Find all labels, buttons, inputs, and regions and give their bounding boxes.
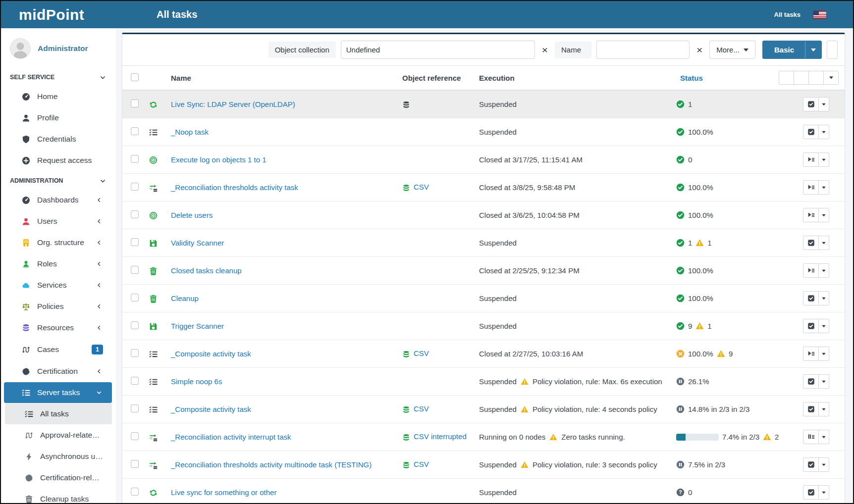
task-action-button[interactable] xyxy=(803,291,819,305)
sidebar-subitem-certification-related-ta[interactable]: Certification-related ta... xyxy=(5,467,112,488)
task-action-button[interactable] xyxy=(803,125,819,139)
task-action-caret[interactable] xyxy=(819,402,829,416)
task-action-button[interactable] xyxy=(803,430,819,444)
header-execution[interactable]: Execution xyxy=(475,66,672,91)
task-action-button[interactable] xyxy=(803,97,819,111)
sidebar-item-users[interactable]: Users xyxy=(4,211,112,232)
task-action-caret[interactable] xyxy=(819,319,829,333)
task-name-link[interactable]: Cleanup xyxy=(171,294,199,302)
object-collection-clear-button[interactable]: × xyxy=(540,45,550,55)
name-filter-clear-button[interactable]: × xyxy=(694,45,704,55)
search-mode-caret[interactable] xyxy=(805,41,821,58)
more-filters-button[interactable]: More... xyxy=(709,41,755,59)
row-checkbox[interactable] xyxy=(131,266,139,274)
task-action-caret[interactable] xyxy=(819,374,829,389)
task-name-link[interactable]: Delete users xyxy=(171,211,213,219)
sidebar-item-credentials[interactable]: Credentials xyxy=(4,129,112,150)
sidebar-section-administration[interactable]: ADMINISTRATION xyxy=(1,171,116,189)
row-checkbox[interactable] xyxy=(131,294,139,302)
task-action-button[interactable] xyxy=(803,152,819,167)
row-checkbox[interactable] xyxy=(131,321,139,329)
select-action-button[interactable] xyxy=(794,71,809,85)
task-action-caret[interactable] xyxy=(819,208,829,222)
task-action-button[interactable] xyxy=(803,402,819,416)
row-checkbox[interactable] xyxy=(131,127,139,135)
task-name-link[interactable]: Closed tasks cleanup xyxy=(171,266,242,275)
suspend-tasks-button[interactable] xyxy=(779,71,794,85)
sidebar-item-resources[interactable]: Resources xyxy=(4,317,112,338)
task-action-button[interactable] xyxy=(803,263,819,278)
task-action-caret[interactable] xyxy=(819,97,829,111)
task-action-caret[interactable] xyxy=(819,263,829,278)
task-action-caret[interactable] xyxy=(819,457,829,472)
sidebar-item-server-tasks[interactable]: Server tasks xyxy=(4,382,112,403)
task-action-button[interactable] xyxy=(803,319,819,333)
sidebar-subitem-asynchronous-update-t[interactable]: Asynchronous update t... xyxy=(5,446,112,467)
header-name[interactable]: Name xyxy=(167,66,398,91)
resume-tasks-button[interactable] xyxy=(808,71,824,85)
save-search-button[interactable] xyxy=(827,41,838,59)
sidebar-section-self-service[interactable]: SELF SERVICE xyxy=(1,68,116,86)
task-action-button[interactable] xyxy=(803,374,819,389)
sidebar-subitem-all-tasks[interactable]: All tasks xyxy=(5,403,112,424)
task-name-link[interactable]: Trigger Scanner xyxy=(171,322,224,330)
sidebar-item-profile[interactable]: Profile xyxy=(4,107,112,128)
task-action-caret[interactable] xyxy=(819,291,829,305)
task-action-caret[interactable] xyxy=(819,152,829,167)
sidebar-item-services[interactable]: Services xyxy=(4,275,112,296)
task-action-caret[interactable] xyxy=(819,430,829,444)
task-name-link[interactable]: Simple noop 6s xyxy=(171,377,222,386)
row-checkbox[interactable] xyxy=(131,100,139,107)
more-actions-caret-button[interactable] xyxy=(823,71,839,85)
row-checkbox[interactable] xyxy=(131,460,139,468)
task-action-caret[interactable] xyxy=(819,485,829,500)
brand-logo[interactable]: midPoint xyxy=(1,6,116,23)
task-name-link[interactable]: Validity Scanner xyxy=(171,239,224,247)
task-name-link[interactable]: Live Sync: LDAP Server (OpenLDAP) xyxy=(171,100,295,108)
select-all-checkbox[interactable] xyxy=(131,73,139,81)
task-action-button[interactable] xyxy=(803,208,819,222)
locale-flag-us-icon[interactable] xyxy=(813,11,826,19)
sidebar-item-home[interactable]: Home xyxy=(4,86,112,107)
sidebar-item-org-structure[interactable]: Org. structure xyxy=(4,232,112,253)
task-name-link[interactable]: _Reconciliation activity interrupt task xyxy=(171,433,291,441)
row-checkbox[interactable] xyxy=(131,404,139,412)
object-reference-link[interactable]: CSV interrupted xyxy=(414,432,467,441)
row-checkbox[interactable] xyxy=(131,488,139,496)
task-action-button[interactable] xyxy=(803,485,819,500)
task-name-link[interactable]: Live sync for something or other xyxy=(171,488,276,497)
object-reference-link[interactable]: CSV xyxy=(414,183,429,191)
sidebar-subitem-cleanup-tasks[interactable]: Cleanup tasks xyxy=(5,489,112,503)
task-name-link[interactable]: _Reconciliation thresholds activity task xyxy=(171,183,298,192)
sidebar-item-roles[interactable]: Roles xyxy=(4,253,112,274)
task-name-link[interactable]: _Noop task xyxy=(171,128,209,136)
object-reference-link[interactable]: CSV xyxy=(414,349,429,357)
task-action-button[interactable] xyxy=(803,236,819,250)
sidebar-item-cases[interactable]: Cases1 xyxy=(4,339,112,360)
row-checkbox[interactable] xyxy=(131,377,139,385)
row-checkbox[interactable] xyxy=(131,155,139,163)
object-reference-link[interactable]: CSV xyxy=(414,460,429,468)
task-action-button[interactable] xyxy=(803,457,819,472)
user-name[interactable]: Administrator xyxy=(38,44,88,53)
header-status[interactable]: Status xyxy=(676,74,795,82)
row-checkbox[interactable] xyxy=(131,210,139,218)
sidebar-item-request-access[interactable]: Request access xyxy=(4,150,112,171)
task-action-caret[interactable] xyxy=(819,347,829,361)
sidebar-item-policies[interactable]: Policies xyxy=(4,296,112,317)
task-name-link[interactable]: _Composite activity task xyxy=(171,350,251,358)
task-action-button[interactable] xyxy=(803,180,819,195)
row-checkbox[interactable] xyxy=(131,432,139,440)
sidebar-item-dashboards[interactable]: Dashboards xyxy=(4,190,112,210)
row-checkbox[interactable] xyxy=(131,183,139,191)
task-action-caret[interactable] xyxy=(819,125,829,139)
task-name-link[interactable]: Execute log on objects 1 to 1 xyxy=(171,155,267,164)
sidebar-subitem-approval-related-task[interactable]: Approval-related task xyxy=(5,425,112,446)
task-action-caret[interactable] xyxy=(819,180,829,195)
search-button[interactable]: Basic xyxy=(762,41,822,59)
name-filter-input[interactable] xyxy=(596,41,690,59)
sidebar-item-certification[interactable]: Certification xyxy=(4,361,112,382)
header-object-reference[interactable]: Object reference xyxy=(398,66,475,91)
object-collection-select[interactable]: Undefined xyxy=(341,41,535,59)
task-name-link[interactable]: _Reconciliation thresholds activity mult… xyxy=(171,460,372,469)
